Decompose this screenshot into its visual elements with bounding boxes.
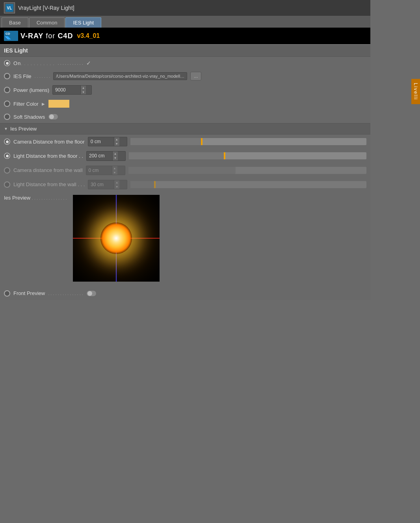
main-panel: On. . . . . . . . . . . . . . . . . . . … (0, 57, 370, 300)
soft-shadows-row: Soft Shadows (0, 110, 370, 123)
ies-preview-image-label: Ies Preview . . . . . . . . . . . . . . … (4, 195, 67, 201)
on-row: On. . . . . . . . . . . . . . . . . . . … (0, 57, 370, 69)
camera-dist-floor-slider[interactable] (130, 138, 366, 145)
light-dist-wall-radio (4, 181, 10, 188)
camera-dist-floor-radio[interactable] (4, 138, 10, 145)
light-dist-down[interactable]: ▼ (113, 156, 118, 160)
cam-wall-up: ▲ (112, 166, 117, 170)
ies-file-input[interactable]: /Users/Martina/Desktop/corsi/corso-archi… (53, 72, 187, 80)
soft-shadows-toggle[interactable] (48, 114, 58, 120)
svg-text:VL: VL (7, 6, 12, 10)
camera-dist-floor-arrows: ▲ ▼ (114, 137, 119, 146)
cam-dist-down[interactable]: ▼ (114, 142, 119, 146)
tabs-bar: Base Common IES Light (0, 16, 370, 28)
camera-dist-floor-input-container: ▲ ▼ (88, 137, 127, 146)
power-down-arrow[interactable]: ▼ (81, 90, 86, 94)
ies-file-browse-btn[interactable]: ... (190, 72, 201, 80)
cam-dist-up[interactable]: ▲ (114, 137, 119, 142)
ies-preview-header[interactable]: ▼ Ies Preview (0, 123, 370, 134)
on-label: On. . . . . . . . . . . (13, 60, 55, 66)
camera-dist-wall-label: Camera distance from the wall (13, 167, 83, 173)
filter-color-label: Filter Color (13, 101, 39, 107)
power-label: Power (lumens) (13, 87, 49, 93)
camera-dist-wall-slider (128, 167, 366, 174)
ies-file-label: IES File (13, 73, 32, 79)
power-up-arrow[interactable]: ▲ (81, 86, 86, 90)
light-dist-wall-row: Light Distance from the wall . . . ▲ ▼ (0, 177, 370, 192)
ies-preview-title: Ies Preview (10, 126, 37, 132)
light-dist-floor-arrows: ▲ ▼ (112, 151, 118, 160)
light-dist-wall-input (88, 181, 114, 189)
filter-color-expand-icon[interactable]: ▶ (42, 102, 45, 106)
camera-dist-wall-input-container: ▲ ▼ (86, 166, 125, 175)
ies-preview-canvas (73, 195, 160, 282)
ies-preview-collapse-icon[interactable]: ▼ (4, 127, 8, 131)
filter-color-row: Filter Color ▶ (0, 97, 370, 110)
light-dist-floor-radio[interactable] (4, 153, 10, 159)
camera-dist-wall-arrows: ▲ ▼ (112, 166, 117, 175)
ies-file-radio[interactable] (4, 73, 10, 79)
window-title: VrayLight [V-Ray Light] (18, 5, 74, 11)
light-dist-wall-slider (130, 181, 366, 188)
light-dist-wall-arrows: ▲ ▼ (114, 180, 119, 189)
tab-ies-light[interactable]: IES Light (65, 17, 101, 28)
light-dist-wall-input-container: ▲ ▼ (88, 180, 127, 189)
light-dist-floor-input[interactable] (87, 152, 112, 160)
ies-preview-image-row: Ies Preview . . . . . . . . . . . . . . … (0, 192, 370, 284)
light-dist-wall-label: Light Distance from the wall . . . (13, 181, 85, 187)
light-dist-floor-input-container: ▲ ▼ (86, 151, 126, 161)
power-input-container: ▲ ▼ (52, 85, 92, 95)
cam-wall-down: ▼ (112, 170, 117, 175)
light-dist-floor-label: Light Distance from the floor . . (13, 153, 83, 159)
light-wall-down: ▼ (114, 185, 119, 189)
vray-logo-icon: CD (4, 31, 18, 41)
app-icon: VL (4, 2, 15, 13)
light-wall-up: ▲ (114, 180, 119, 185)
vray-header: CD V-RAY for C4D v3.4_01 (0, 28, 370, 44)
svg-text:CD: CD (6, 32, 10, 35)
power-row: Power (lumens) ▲ ▼ (0, 83, 370, 97)
power-radio[interactable] (4, 87, 10, 93)
power-arrows: ▲ ▼ (80, 86, 86, 94)
tab-common[interactable]: Common (29, 17, 65, 28)
front-preview-label: Front Preview (13, 290, 45, 296)
light-dist-up[interactable]: ▲ (113, 151, 118, 156)
preview-light-glow (100, 222, 132, 254)
camera-dist-wall-radio (4, 167, 10, 174)
section-header-ies-light: IES Light (0, 44, 370, 57)
light-dist-floor-slider[interactable] (129, 152, 366, 159)
front-preview-row: Front Preview . . . . . . . . . . . . . … (0, 287, 370, 300)
front-preview-radio[interactable] (4, 290, 10, 297)
camera-dist-wall-input (86, 166, 112, 174)
vray-version: v3.4_01 (77, 32, 100, 39)
filter-color-swatch[interactable] (48, 99, 70, 108)
vray-brand: V-RAY for C4D (20, 32, 73, 40)
power-input[interactable] (53, 86, 80, 94)
ies-file-row: IES File . . . . . . . /Users/Martina/De… (0, 69, 370, 83)
camera-dist-floor-row: Camera Distance from the floor ▲ ▼ (0, 134, 370, 149)
soft-shadows-label: Soft Shadows (13, 114, 45, 120)
camera-dist-floor-label: Camera Distance from the floor (13, 139, 85, 145)
on-checkmark: ✓ (86, 60, 91, 66)
filter-color-radio[interactable] (4, 101, 10, 107)
light-dist-floor-row: Light Distance from the floor . . ▲ ▼ (0, 149, 370, 163)
title-bar: VL VrayLight [V-Ray Light] (0, 0, 370, 16)
soft-shadows-radio[interactable] (4, 114, 10, 120)
camera-dist-floor-input[interactable] (88, 138, 114, 146)
front-preview-toggle[interactable] (86, 290, 97, 297)
on-radio[interactable] (4, 60, 10, 66)
tab-base[interactable]: Base (2, 17, 28, 28)
camera-dist-wall-row: Camera distance from the wall ▲ ▼ (0, 163, 370, 177)
